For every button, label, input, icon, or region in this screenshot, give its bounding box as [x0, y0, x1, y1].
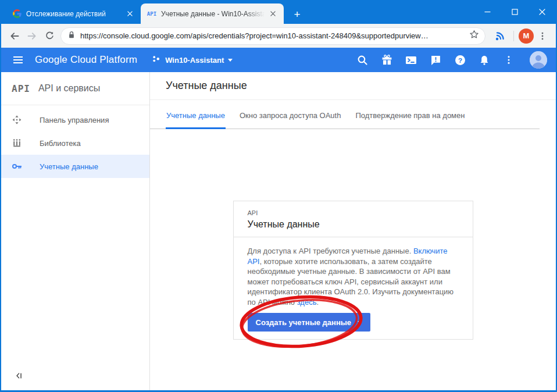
- sidebar-header-api-services[interactable]: API API и сервисы: [1, 72, 149, 105]
- lock-icon[interactable]: [68, 31, 75, 41]
- card-header: API Учетные данные: [234, 201, 473, 237]
- card-body: Для доступа к API требуются учетные данн…: [234, 237, 473, 332]
- google-g-icon: [12, 9, 22, 19]
- notifications-bell-icon[interactable]: [479, 54, 490, 66]
- feedback-icon[interactable]: [430, 54, 441, 66]
- api-favicon: API: [147, 9, 157, 19]
- back-icon[interactable]: [6, 27, 23, 45]
- forward-icon[interactable]: [23, 27, 41, 45]
- sidebar-item-dashboard[interactable]: Панель управления: [1, 108, 149, 131]
- gcp-header: Google Cloud Platform Win10-Assistant: [1, 48, 556, 72]
- app-body: API API и сервисы Панель управления: [1, 72, 556, 390]
- help-icon[interactable]: ?: [454, 54, 466, 66]
- tab-credentials[interactable]: Учетные данные: [166, 111, 226, 129]
- api-logo: API: [12, 83, 30, 94]
- extension-cast-icon[interactable]: [491, 27, 509, 45]
- browser-tab-credentials[interactable]: API Учетные данные - Win10-Assista: [141, 3, 284, 24]
- dashboard-icon: [12, 115, 22, 125]
- project-icon: [152, 55, 160, 66]
- tab-strip: Отслеживание действий API Учетные данные…: [1, 0, 474, 24]
- tab-oauth-consent-screen[interactable]: Окно запроса доступа OAuth: [239, 111, 342, 129]
- sidebar-collapse-button[interactable]: [1, 364, 149, 390]
- maximize-button[interactable]: [501, 0, 529, 24]
- more-options-icon[interactable]: [503, 54, 515, 66]
- cloud-shell-icon[interactable]: [405, 54, 417, 66]
- window-titlebar: Отслеживание действий API Учетные данные…: [1, 0, 556, 24]
- close-tab-icon[interactable]: [268, 9, 278, 19]
- url-text[interactable]: https://console.cloud.google.com/apis/cr…: [80, 31, 469, 40]
- hamburger-menu-icon[interactable]: [10, 52, 26, 68]
- card-overline: API: [248, 209, 459, 216]
- key-icon: [12, 161, 22, 172]
- tab-title: Учетные данные - Win10-Assista: [161, 10, 265, 18]
- card-title: Учетные данные: [248, 219, 459, 230]
- sidebar-section-title: API и сервисы: [38, 83, 100, 94]
- main-panel: Учетные данные Учетные данные Окно запро…: [150, 72, 556, 390]
- chrome-menu-icon[interactable]: [534, 27, 551, 45]
- new-tab-button[interactable]: +: [289, 6, 305, 22]
- gcp-brand[interactable]: Google Cloud Platform: [35, 54, 137, 66]
- page-title: Учетные данные: [166, 80, 247, 92]
- content-tabs: Учетные данные Окно запроса доступа OAut…: [150, 100, 556, 129]
- reload-icon[interactable]: [41, 27, 58, 45]
- browser-toolbar: https://console.cloud.google.com/apis/cr…: [1, 24, 556, 48]
- search-icon[interactable]: [356, 54, 368, 66]
- sidebar: API API и сервисы Панель управления: [1, 72, 150, 390]
- gcp-header-actions: ?: [356, 51, 547, 69]
- toolbar-divider: [513, 31, 514, 41]
- gift-icon[interactable]: [381, 54, 392, 66]
- tab-title: Отслеживание действий: [26, 10, 122, 18]
- dropdown-caret-icon: [358, 321, 362, 324]
- browser-tab-activity-tracking[interactable]: Отслеживание действий: [6, 3, 141, 24]
- project-name: Win10-Assistant: [165, 56, 224, 65]
- sidebar-item-library[interactable]: Библиотека: [1, 131, 149, 155]
- close-button[interactable]: [529, 0, 556, 24]
- close-tab-icon[interactable]: [125, 9, 135, 19]
- documentation-here-link[interactable]: здесь: [297, 298, 317, 307]
- account-avatar[interactable]: [530, 51, 547, 69]
- address-bar[interactable]: https://console.cloud.google.com/apis/cr…: [60, 27, 485, 45]
- credentials-card: API Учетные данные Для доступа к API тре…: [233, 201, 473, 340]
- page-header: Учетные данные: [150, 72, 556, 100]
- window-controls: [474, 0, 556, 24]
- tab-domain-verification[interactable]: Подтверждение прав на домен: [355, 111, 465, 129]
- chevron-down-icon: [228, 59, 233, 62]
- library-icon: [12, 138, 22, 148]
- sidebar-item-credentials[interactable]: Учетные данные: [1, 155, 149, 178]
- browser-profile-avatar[interactable]: M: [519, 28, 534, 44]
- project-selector[interactable]: Win10-Assistant: [152, 55, 233, 66]
- bookmark-star-icon[interactable]: [469, 30, 479, 42]
- collapse-sidebar-icon: [15, 372, 23, 382]
- card-description: Для доступа к API требуются учетные данн…: [248, 246, 459, 307]
- minimize-button[interactable]: [474, 0, 501, 24]
- svg-text:?: ?: [458, 56, 462, 63]
- sidebar-nav: Панель управления Библиотека: [1, 105, 149, 178]
- content-area: API Учетные данные Для доступа к API тре…: [150, 129, 556, 390]
- browser-window: Отслеживание действий API Учетные данные…: [0, 0, 557, 392]
- create-credentials-button[interactable]: Создать учетные данные: [248, 313, 371, 332]
